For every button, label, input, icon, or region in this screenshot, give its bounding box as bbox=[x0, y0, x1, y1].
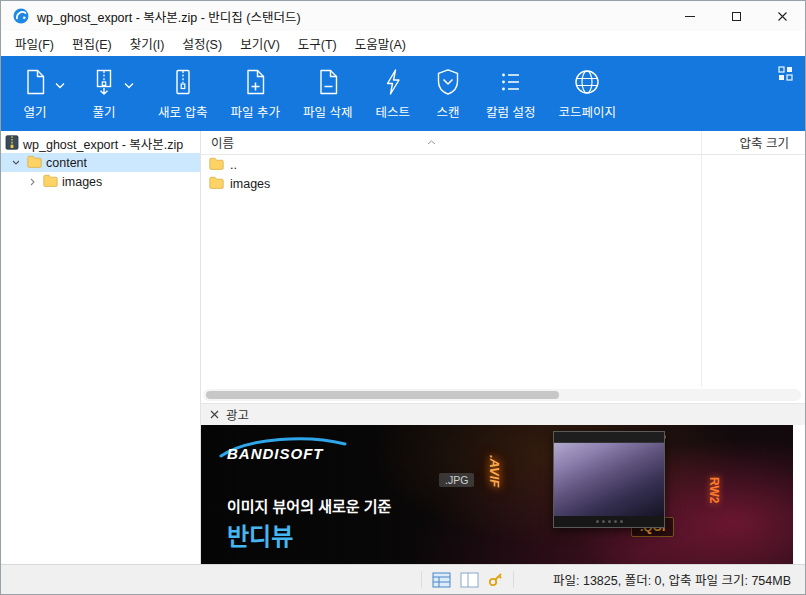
close-ad-icon bbox=[210, 410, 219, 419]
ad-tagline: 이미지 뷰어의 새로운 기준 bbox=[227, 495, 391, 516]
toolbar-test-button[interactable]: 테스트 bbox=[368, 63, 417, 123]
horizontal-scrollbar[interactable] bbox=[203, 389, 801, 401]
ad-product-name: 반디뷰 bbox=[227, 517, 293, 552]
close-icon bbox=[777, 11, 788, 22]
ad-screenshot-photo bbox=[554, 443, 664, 516]
format-tag-avif: .AVIF bbox=[487, 455, 502, 487]
menu-tools[interactable]: 도구(T) bbox=[289, 31, 346, 56]
ad-close-button[interactable] bbox=[210, 410, 219, 419]
toolbar-open-button[interactable]: 열기 bbox=[13, 63, 57, 123]
scan-icon bbox=[433, 67, 463, 97]
file-row-images[interactable]: images bbox=[201, 174, 805, 193]
maximize-icon bbox=[732, 12, 741, 21]
add-file-icon bbox=[240, 67, 270, 97]
menu-settings[interactable]: 설정(S) bbox=[173, 31, 231, 56]
tree-item-label: images bbox=[62, 175, 102, 189]
test-archive-icon bbox=[378, 67, 408, 97]
menu-find[interactable]: 찾기(I) bbox=[121, 31, 174, 56]
statusbar-view-toggles bbox=[431, 571, 505, 589]
key-icon bbox=[488, 572, 504, 587]
zip-archive-icon bbox=[5, 135, 19, 153]
tree-item-archive-root[interactable]: wp_ghost_export - 복사본.zip bbox=[1, 134, 200, 153]
ad-header-bar: 광고 bbox=[201, 403, 805, 425]
expander-closed-icon[interactable] bbox=[25, 178, 39, 186]
codepage-icon bbox=[572, 67, 602, 97]
menu-help[interactable]: 도움말(A) bbox=[346, 31, 415, 56]
toolbar-test-label: 테스트 bbox=[375, 102, 410, 121]
toolbar-new-archive-label: 새로 압축 bbox=[158, 102, 207, 121]
menu-edit[interactable]: 편집(E) bbox=[63, 31, 121, 56]
statusbar-separator bbox=[421, 571, 422, 588]
open-dropdown-chevron-icon[interactable] bbox=[55, 78, 65, 92]
extract-dropdown-chevron-icon[interactable] bbox=[124, 78, 134, 92]
statusbar-separator bbox=[513, 571, 514, 588]
details-view-button[interactable] bbox=[431, 571, 452, 589]
column-settings-icon bbox=[496, 67, 526, 97]
toolbar-delete-file-button[interactable]: 파일 삭제 bbox=[296, 63, 359, 123]
tree-item-content[interactable]: content bbox=[1, 153, 200, 172]
toolbar-extract-button[interactable]: 풀기 bbox=[82, 63, 126, 123]
folder-icon bbox=[43, 174, 58, 190]
toolbar-delete-file-label: 파일 삭제 bbox=[303, 102, 352, 121]
menu-view[interactable]: 보기(V) bbox=[231, 31, 289, 56]
tree-item-label: content bbox=[46, 156, 87, 170]
close-button[interactable] bbox=[759, 1, 805, 31]
toolbar-codepage-label: 코드페이지 bbox=[558, 102, 616, 121]
window-title: wp_ghost_export - 복사본.zip - 반디집 (스탠더드) bbox=[37, 7, 301, 26]
folder-tree-panel: wp_ghost_export - 복사본.zip content bbox=[1, 131, 201, 564]
bandizip-window: wp_ghost_export - 복사본.zip - 반디집 (스탠더드) 파… bbox=[0, 0, 806, 595]
column-divider[interactable] bbox=[701, 131, 702, 387]
file-list-panel: 이름 압축 크기 .. bbox=[201, 131, 805, 403]
toolbar-scan-label: 스캔 bbox=[436, 102, 459, 121]
column-header-compressed-size[interactable]: 압축 크기 bbox=[740, 133, 789, 152]
minimize-button[interactable] bbox=[667, 1, 713, 31]
folder-icon bbox=[209, 176, 224, 192]
format-tag-rw2-side: RW2 bbox=[707, 477, 721, 503]
expander-open-icon[interactable] bbox=[9, 160, 23, 165]
file-row-name: .. bbox=[230, 158, 237, 172]
column-header-name[interactable]: 이름 bbox=[201, 133, 234, 152]
ad-screenshot-toolbar bbox=[554, 516, 664, 527]
preview-pane-button[interactable] bbox=[459, 571, 480, 589]
bandisoft-logo: BANDISOFT bbox=[227, 445, 324, 462]
archive-password-button[interactable] bbox=[487, 571, 505, 588]
window-controls bbox=[667, 1, 805, 31]
toolbar-open-label: 열기 bbox=[23, 102, 46, 121]
statusbar: 파일: 13825, 폴더: 0, 압축 파일 크기: 754MB bbox=[1, 564, 805, 594]
content-area: wp_ghost_export - 복사본.zip content bbox=[1, 131, 805, 564]
right-panel: 이름 압축 크기 .. bbox=[201, 131, 805, 564]
toolbar-add-file-button[interactable]: 파일 추가 bbox=[223, 63, 286, 123]
file-list-header: 이름 압축 크기 bbox=[201, 131, 805, 155]
menubar: 파일(F) 편집(E) 찾기(I) 설정(S) 보기(V) 도구(T) 도움말(… bbox=[1, 31, 805, 56]
bandizip-app-icon bbox=[13, 8, 29, 24]
delete-file-icon bbox=[313, 67, 343, 97]
toolbar-extract-label: 풀기 bbox=[92, 102, 115, 121]
preview-pane-icon bbox=[460, 572, 479, 588]
titlebar: wp_ghost_export - 복사본.zip - 반디집 (스탠더드) bbox=[1, 1, 805, 31]
toolbar-codepage-button[interactable]: 코드페이지 bbox=[551, 63, 623, 123]
toolbar: 열기 풀기 bbox=[1, 56, 805, 131]
ad-banner[interactable]: BANDISOFT .JPG .AVIF .RW2 .QOI RW2 이미지 뷰… bbox=[201, 425, 793, 564]
toolbar-column-settings-button[interactable]: 칼럼 설정 bbox=[479, 63, 542, 123]
tree-item-images[interactable]: images bbox=[1, 172, 200, 191]
horizontal-scrollbar-thumb[interactable] bbox=[206, 391, 559, 399]
folder-icon bbox=[27, 155, 42, 171]
tree-item-label: wp_ghost_export - 복사본.zip bbox=[23, 134, 183, 153]
toolbar-layout-toggle-button[interactable] bbox=[778, 66, 793, 84]
ad-screenshot-titlebar bbox=[554, 432, 664, 443]
new-archive-icon bbox=[168, 67, 198, 97]
open-archive-icon bbox=[20, 67, 50, 97]
layout-grid-icon bbox=[778, 66, 793, 81]
ad-app-screenshot bbox=[553, 431, 665, 528]
ad-label: 광고 bbox=[226, 405, 249, 424]
file-row-parent-dir[interactable]: .. bbox=[201, 155, 805, 174]
maximize-button[interactable] bbox=[713, 1, 759, 31]
toolbar-column-settings-label: 칼럼 설정 bbox=[486, 102, 535, 121]
menu-file[interactable]: 파일(F) bbox=[6, 31, 63, 56]
folder-icon bbox=[209, 157, 224, 173]
extract-icon bbox=[89, 67, 119, 97]
toolbar-new-archive-button[interactable]: 새로 압축 bbox=[151, 63, 214, 123]
toolbar-scan-button[interactable]: 스캔 bbox=[426, 63, 470, 123]
format-tag-jpg: .JPG bbox=[439, 473, 474, 487]
toolbar-add-file-label: 파일 추가 bbox=[230, 102, 279, 121]
